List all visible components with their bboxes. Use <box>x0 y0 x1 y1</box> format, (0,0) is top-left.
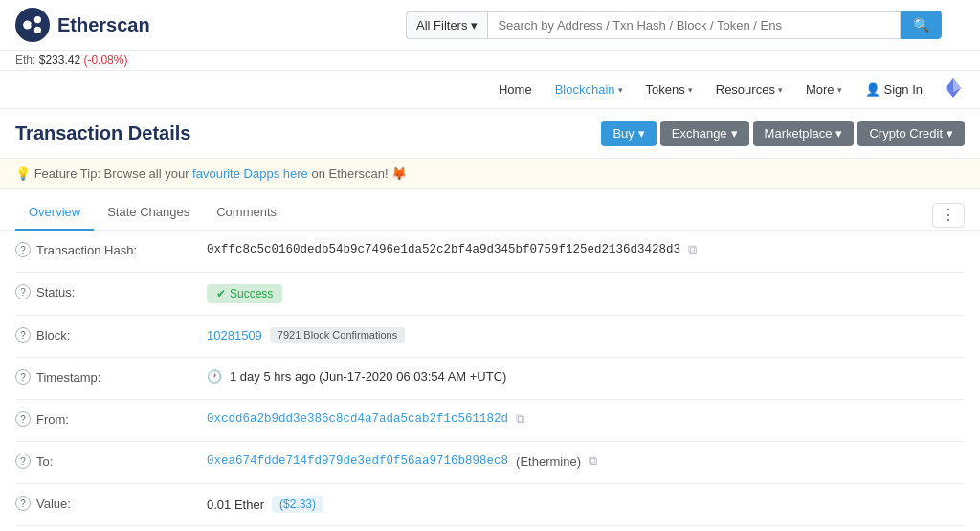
hash-value: 0xffc8c5c0160dedb54b9c7496e1da52c2bf4a9d… <box>207 242 965 257</box>
status-check-icon: ✔ <box>216 287 226 300</box>
tab-overview[interactable]: Overview <box>15 195 94 231</box>
status-help-icon[interactable]: ? <box>15 284 31 299</box>
eth-change: (-0.08%) <box>83 54 127 67</box>
action-bar: Transaction Details Buy ▾ Exchange ▾ Mar… <box>0 109 980 158</box>
to-row: ? To: 0xea674fdde714fd979de3edf0f56aa971… <box>15 442 965 484</box>
tab-state-changes-label: State Changes <box>107 205 189 219</box>
exchange-label: Exchange <box>672 126 727 141</box>
exchange-button[interactable]: Exchange ▾ <box>660 121 749 146</box>
value-row: ? Value: 0.01 Ether ($2.33) <box>15 484 965 526</box>
hash-label-text: Transaction Hash: <box>36 243 137 257</box>
status-badge: ✔ Success <box>207 284 282 303</box>
timestamp-text: 1 day 5 hrs ago (Jun-17-2020 06:03:54 AM… <box>230 369 506 384</box>
value-usd-badge: ($2.33) <box>272 496 323 513</box>
nav-blockchain-label: Blockchain <box>555 82 615 97</box>
value-label-text: Value: <box>36 497 71 511</box>
nav-item-signin[interactable]: 👤 Sign In <box>856 77 932 102</box>
from-label-text: From: <box>36 412 69 427</box>
to-address-link[interactable]: 0xea674fdde714fd979de3edf0f56aa9716b898e… <box>207 454 508 468</box>
value-label: ? Value: <box>15 496 207 511</box>
nav-item-blockchain[interactable]: Blockchain ▾ <box>546 77 633 102</box>
nav-tokens-label: Tokens <box>646 82 685 97</box>
details-table: ? Transaction Hash: 0xffc8c5c0160dedb54b… <box>0 231 980 531</box>
tab-comments[interactable]: Comments <box>203 195 290 231</box>
buy-label: Buy <box>612 126 634 141</box>
timestamp-help-icon[interactable]: ? <box>15 369 31 385</box>
crypto-chevron-icon: ▾ <box>947 126 953 141</box>
clock-icon: 🕐 <box>207 369 222 384</box>
filter-label: All Filters <box>416 18 467 33</box>
status-text: Success <box>230 287 273 300</box>
block-value: 10281509 7921 Block Confirmations <box>207 327 965 343</box>
confirmations-badge: 7921 Block Confirmations <box>270 327 405 343</box>
value-detail: 0.01 Ether ($2.33) <box>207 496 965 513</box>
tip-icon: 💡 <box>15 166 31 181</box>
value-ether: 0.01 Ether <box>207 498 264 512</box>
eth-price-bar: Eth: $233.42 (-0.08%) <box>0 51 980 71</box>
resources-chevron-icon: ▾ <box>778 85 783 95</box>
status-label: ? Status: <box>15 284 207 299</box>
tabs: Overview State Changes Comments ⋮ <box>0 195 980 231</box>
svg-marker-7 <box>953 78 961 92</box>
hash-copy-icon[interactable]: ⧉ <box>688 242 697 257</box>
blockchain-chevron-icon: ▾ <box>618 85 623 95</box>
block-number-link[interactable]: 10281509 <box>207 328 262 343</box>
crypto-label: Crypto Credit <box>869 126 943 141</box>
exchange-chevron-icon: ▾ <box>731 126 738 141</box>
svg-point-4 <box>31 23 34 27</box>
tab-overview-label: Overview <box>29 205 80 219</box>
nav-signin-label: Sign In <box>884 82 923 97</box>
status-label-text: Status: <box>36 285 75 299</box>
block-help-icon[interactable]: ? <box>15 327 31 343</box>
search-area: All Filters ▾ 🔍 <box>406 11 942 39</box>
tip-link[interactable]: favourite Dapps here <box>192 166 308 181</box>
hash-text: 0xffc8c5c0160dedb54b9c7496e1da52c2bf4a9d… <box>207 243 680 256</box>
buy-button[interactable]: Buy ▾ <box>601 121 656 146</box>
eth-label: Eth: <box>15 54 35 67</box>
eth-price: $233.42 <box>39 54 80 67</box>
search-button[interactable]: 🔍 <box>901 11 942 39</box>
tab-comments-label: Comments <box>216 205 277 219</box>
tip-prefix: Feature Tip: Browse all your <box>34 166 192 181</box>
feature-tip: 💡 Feature Tip: Browse all your favourite… <box>0 158 980 189</box>
from-copy-icon[interactable]: ⧉ <box>516 411 524 427</box>
crypto-credit-button[interactable]: Crypto Credit ▾ <box>858 121 965 146</box>
nav-item-tokens[interactable]: Tokens ▾ <box>636 77 702 102</box>
to-copy-icon[interactable]: ⧉ <box>589 454 597 469</box>
from-help-icon[interactable]: ? <box>15 411 31 427</box>
nav-resources-label: Resources <box>716 82 775 97</box>
logo-text: Etherscan <box>57 14 150 36</box>
block-row: ? Block: 10281509 7921 Block Confirmatio… <box>15 316 965 358</box>
nav-item-more[interactable]: More ▾ <box>796 77 852 102</box>
page-title: Transaction Details <box>15 122 190 144</box>
hash-help-icon[interactable]: ? <box>15 242 31 257</box>
marketplace-label: Marketplace <box>765 126 833 141</box>
timestamp-value: 🕐 1 day 5 hrs ago (Jun-17-2020 06:03:54 … <box>207 369 965 384</box>
more-chevron-icon: ▾ <box>837 85 842 95</box>
from-value: 0xcdd6a2b9dd3e386c8cd4a7ada5cab2f1c56118… <box>207 411 965 427</box>
timestamp-label: ? Timestamp: <box>15 369 207 385</box>
nav-bar: Home Blockchain ▾ Tokens ▾ Resources ▾ M… <box>0 71 980 109</box>
marketplace-button[interactable]: Marketplace ▾ <box>753 121 855 146</box>
eth-icon <box>942 77 965 100</box>
to-name-text: (Ethermine) <box>516 454 581 469</box>
to-help-icon[interactable]: ? <box>15 454 31 469</box>
filter-dropdown[interactable]: All Filters ▾ <box>406 11 487 39</box>
tabs-more-button[interactable]: ⋮ <box>932 203 965 228</box>
value-help-icon[interactable]: ? <box>15 496 31 511</box>
tab-state-changes[interactable]: State Changes <box>94 195 203 231</box>
search-input[interactable] <box>487 11 901 39</box>
nav-item-resources[interactable]: Resources ▾ <box>706 77 792 102</box>
nav-item-home[interactable]: Home <box>489 77 542 102</box>
block-label: ? Block: <box>15 327 207 343</box>
nav-home-label: Home <box>499 82 532 97</box>
tip-suffix: on Etherscan! 🦊 <box>311 166 407 181</box>
buy-chevron-icon: ▾ <box>638 126 645 141</box>
block-label-text: Block: <box>36 328 70 343</box>
timestamp-row: ? Timestamp: 🕐 1 day 5 hrs ago (Jun-17-2… <box>15 358 965 400</box>
account-icon: 👤 <box>865 82 880 97</box>
from-row: ? From: 0xcdd6a2b9dd3e386c8cd4a7ada5cab2… <box>15 400 965 442</box>
from-address-link[interactable]: 0xcdd6a2b9dd3e386c8cd4a7ada5cab2f1c56118… <box>207 412 508 426</box>
fee-row: ? Transaction Fee: 0.00157176005246 Ethe… <box>15 526 965 531</box>
action-buttons: Buy ▾ Exchange ▾ Marketplace ▾ Crypto Cr… <box>601 121 965 146</box>
